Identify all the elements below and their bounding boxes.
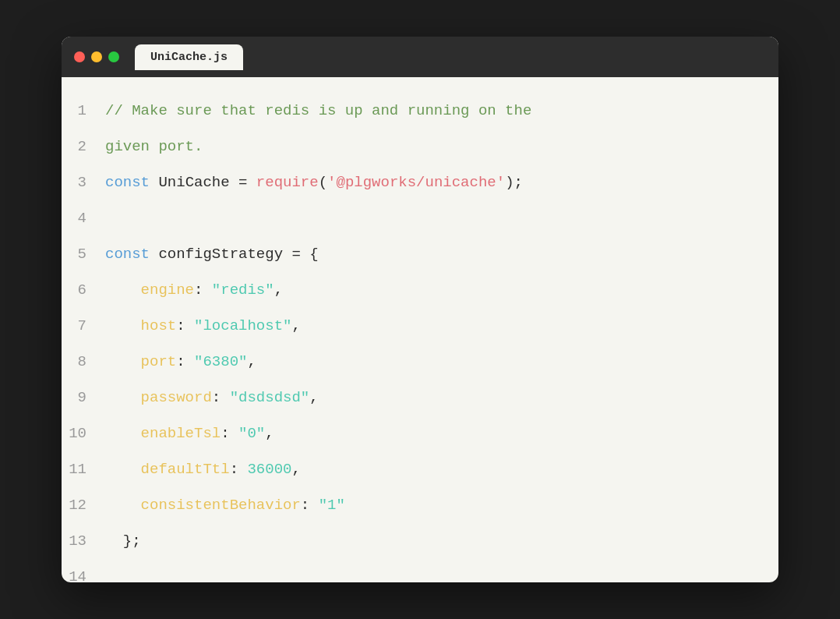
titlebar: UniCache.js xyxy=(62,37,778,77)
value-string-token: "dsdsdsd" xyxy=(230,389,310,406)
var-token: configStrategy xyxy=(158,246,291,263)
line-content: const configStrategy = { xyxy=(99,236,778,272)
line-number: 10 xyxy=(62,416,99,451)
editor-content: 1// Make sure that redis is up and runni… xyxy=(62,77,778,582)
punctuation-token: ); xyxy=(505,174,523,191)
line-content: }; xyxy=(99,523,778,559)
value-string-token: "localhost" xyxy=(194,317,291,334)
indent-token xyxy=(105,425,141,442)
table-row: 13 }; xyxy=(62,523,778,559)
property-token: port xyxy=(141,353,177,370)
punctuation-token: , xyxy=(291,317,300,334)
line-content: password: "dsdsdsd", xyxy=(99,380,778,416)
table-row: 2given port. xyxy=(62,129,778,164)
indent-token xyxy=(105,281,141,299)
editor-window: UniCache.js 1// Make sure that redis is … xyxy=(62,37,778,582)
minimize-button[interactable] xyxy=(91,51,102,62)
indent-token xyxy=(105,461,141,478)
string-token: '@plgworks/unicache' xyxy=(327,174,505,191)
indent-token xyxy=(105,353,141,370)
indent-token xyxy=(105,317,141,334)
line-number: 14 xyxy=(62,559,99,582)
punctuation-token: : xyxy=(212,389,230,406)
punctuation-token: : xyxy=(230,461,248,478)
punctuation-token: , xyxy=(265,425,274,442)
punctuation-token: : xyxy=(176,353,194,370)
value-string-token: "6380" xyxy=(194,353,247,370)
punctuation-token: , xyxy=(291,461,300,478)
value-string-token: "0" xyxy=(238,425,265,442)
keyword-token: const xyxy=(105,246,158,263)
operator-token: = xyxy=(291,246,309,263)
line-number: 6 xyxy=(62,272,99,308)
punctuation-token: : xyxy=(301,497,319,514)
line-number: 4 xyxy=(62,200,99,236)
operator-token: = xyxy=(238,174,256,191)
punctuation-token: : xyxy=(176,317,194,334)
value-num-token: 36000 xyxy=(247,461,291,478)
line-number: 8 xyxy=(62,344,99,380)
line-content: host: "localhost", xyxy=(99,308,778,344)
comment-token: // Make sure that redis is up and runnin… xyxy=(105,102,531,119)
table-row: 4 xyxy=(62,200,778,236)
line-number: 9 xyxy=(62,380,99,416)
maximize-button[interactable] xyxy=(108,51,119,62)
property-token: host xyxy=(141,317,177,334)
line-content: port: "6380", xyxy=(99,344,778,380)
table-row: 9 password: "dsdsdsd", xyxy=(62,380,778,416)
line-content: consistentBehavior: "1" xyxy=(99,487,778,523)
table-row: 6 engine: "redis", xyxy=(62,272,778,308)
punctuation-token: : xyxy=(194,281,212,299)
tab-label: UniCache.js xyxy=(150,51,228,64)
line-number: 12 xyxy=(62,487,99,523)
table-row: 7 host: "localhost", xyxy=(62,308,778,344)
line-content: given port. xyxy=(99,129,778,164)
line-content: defaultTtl: 36000, xyxy=(99,451,778,487)
indent-token xyxy=(105,532,123,550)
line-number: 11 xyxy=(62,451,99,487)
punctuation-token: }; xyxy=(123,532,141,550)
line-number: 3 xyxy=(62,164,99,200)
table-row: 8 port: "6380", xyxy=(62,344,778,380)
punctuation-token: { xyxy=(309,246,318,263)
punctuation-token: , xyxy=(309,389,318,406)
line-number: 5 xyxy=(62,236,99,272)
line-number: 2 xyxy=(62,129,99,164)
close-button[interactable] xyxy=(74,51,85,62)
traffic-lights xyxy=(74,51,119,62)
table-row: 1// Make sure that redis is up and runni… xyxy=(62,93,778,129)
line-number: 13 xyxy=(62,523,99,559)
table-row: 14 xyxy=(62,559,778,582)
value-string-token: "redis" xyxy=(212,281,274,299)
var-token: UniCache xyxy=(158,174,238,191)
table-row: 11 defaultTtl: 36000, xyxy=(62,451,778,487)
file-tab[interactable]: UniCache.js xyxy=(135,44,243,70)
value-string-token: "1" xyxy=(319,497,345,514)
function-token: require xyxy=(256,174,319,191)
line-content: engine: "redis", xyxy=(99,272,778,308)
property-token: consistentBehavior xyxy=(141,497,301,514)
line-content: // Make sure that redis is up and runnin… xyxy=(99,93,778,129)
table-row: 3const UniCache = require('@plgworks/uni… xyxy=(62,164,778,200)
punctuation-token: : xyxy=(221,425,238,442)
table-row: 10 enableTsl: "0", xyxy=(62,416,778,451)
property-token: password xyxy=(141,389,212,406)
punctuation-token: , xyxy=(247,353,256,370)
indent-token xyxy=(105,389,141,406)
property-token: engine xyxy=(141,281,194,299)
line-number: 7 xyxy=(62,308,99,344)
line-content: enableTsl: "0", xyxy=(99,416,778,451)
table-row: 12 consistentBehavior: "1" xyxy=(62,487,778,523)
line-number: 1 xyxy=(62,93,99,129)
line-content: const UniCache = require('@plgworks/unic… xyxy=(99,164,778,200)
property-token: defaultTtl xyxy=(141,461,230,478)
table-row: 5const configStrategy = { xyxy=(62,236,778,272)
property-token: enableTsl xyxy=(141,425,221,442)
comment-token: given port. xyxy=(105,138,203,155)
punctuation-token: ( xyxy=(319,174,327,191)
indent-token xyxy=(105,497,141,514)
punctuation-token: , xyxy=(274,281,283,299)
keyword-token: const xyxy=(105,174,158,191)
